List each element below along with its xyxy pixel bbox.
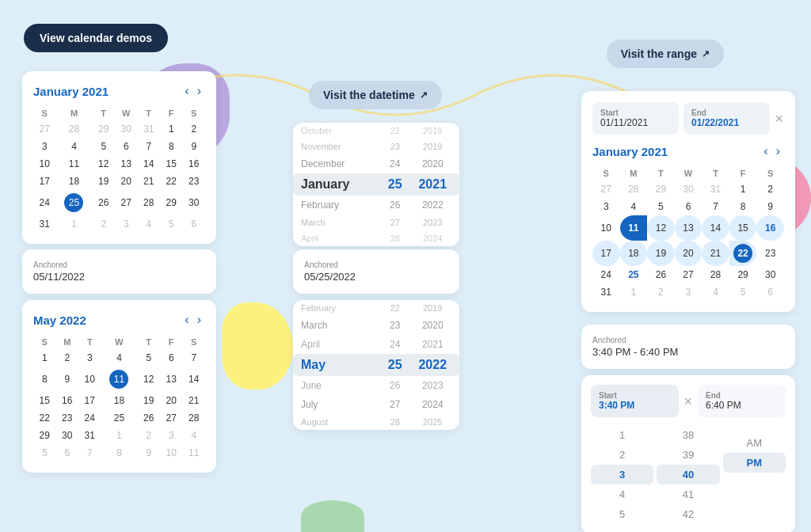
cal-day[interactable]: 14 [137, 155, 160, 173]
cal-day[interactable]: 6 [56, 444, 79, 462]
cal-day[interactable]: 1 [729, 180, 757, 198]
cal-day[interactable]: 1 [56, 215, 93, 233]
cal-day[interactable]: 9 [182, 138, 205, 155]
cal-day[interactable]: 24 [33, 190, 56, 215]
cal-day[interactable]: 28 [182, 409, 205, 427]
scroll-row-jun[interactable]: June262023 [293, 376, 459, 395]
cal-day-selected[interactable]: 25 [56, 190, 93, 215]
period-pm-selected[interactable]: PM [723, 453, 786, 473]
cal-day[interactable]: 16 [182, 155, 205, 173]
cal-day[interactable]: 28 [137, 190, 160, 215]
cal-day[interactable]: 16 [56, 392, 79, 409]
cal-day[interactable]: 5 [647, 198, 675, 215]
view-calendar-button[interactable]: View calendar demos [24, 24, 168, 52]
cal-day[interactable]: 3 [160, 427, 183, 444]
hour-2[interactable]: 2 [591, 445, 653, 465]
cal-day-in-range[interactable]: 16 [756, 215, 784, 241]
range-calendar-prev[interactable]: ‹ [760, 142, 771, 160]
cal-day[interactable]: 13 [115, 155, 138, 173]
cal-day[interactable]: 28 [620, 180, 648, 198]
cal-day[interactable]: 28 [56, 120, 93, 138]
cal-day[interactable]: 9 [137, 444, 160, 462]
time-start-field[interactable]: Start 3:40 PM [591, 385, 679, 417]
cal-day[interactable]: 6 [756, 283, 784, 301]
cal-day-in-range[interactable]: 15 [729, 215, 757, 241]
scroll-row-jul[interactable]: July272024 [293, 395, 459, 414]
cal-day[interactable]: 9 [756, 198, 784, 215]
cal-day[interactable]: 12 [137, 367, 160, 392]
cal-day[interactable]: 23 [756, 241, 784, 266]
cal-day[interactable]: 15 [160, 155, 183, 173]
cal-day-selected[interactable]: 11 [101, 367, 138, 392]
cal-day[interactable]: 31 [137, 120, 160, 138]
cal-day-in-range[interactable]: 14 [702, 215, 729, 241]
cal-day[interactable]: 29 [33, 427, 56, 444]
cal-day[interactable]: 2 [756, 180, 784, 198]
cal-day-range-end[interactable]: 22 [729, 241, 757, 266]
cal-day[interactable]: 6 [160, 349, 183, 367]
range-calendar-next[interactable]: › [772, 142, 784, 160]
cal-day[interactable]: 31 [592, 283, 620, 301]
cal-day-in-range[interactable]: 18 [620, 241, 648, 266]
cal-day[interactable]: 10 [78, 367, 101, 392]
cal-day[interactable]: 23 [56, 409, 79, 427]
cal-day-range-start[interactable]: 11 [620, 215, 648, 241]
cal-day[interactable]: 19 [92, 173, 115, 190]
range-clear-button[interactable]: ✕ [775, 112, 784, 125]
cal-day[interactable]: 26 [92, 190, 115, 215]
cal-day[interactable]: 4 [182, 427, 205, 444]
cal-day[interactable]: 4 [101, 349, 138, 367]
cal-day[interactable]: 3 [33, 138, 56, 155]
cal-day[interactable]: 1 [101, 427, 138, 444]
min-42[interactable]: 42 [657, 504, 719, 524]
cal-day[interactable]: 29 [160, 190, 183, 215]
cal-day[interactable]: 26 [647, 266, 675, 283]
cal-day[interactable]: 6 [182, 215, 205, 233]
cal-day-in-range[interactable]: 17 [592, 241, 620, 266]
scroll-row-mar[interactable]: March232020 [293, 316, 459, 335]
min-38[interactable]: 38 [657, 425, 719, 445]
cal-day[interactable]: 7 [182, 349, 205, 367]
hour-1[interactable]: 1 [591, 425, 653, 445]
cal-day[interactable]: 27 [592, 180, 620, 198]
cal-day[interactable]: 5 [160, 215, 183, 233]
cal-day-in-range[interactable]: 19 [647, 241, 675, 266]
cal-day[interactable]: 10 [592, 215, 620, 241]
range-start-field[interactable]: Start 01/11/2021 [592, 102, 679, 135]
hour-4[interactable]: 4 [591, 484, 653, 504]
cal-day[interactable]: 30 [675, 180, 702, 198]
period-am-2[interactable]: AM [723, 433, 786, 453]
cal-day[interactable]: 8 [160, 138, 183, 155]
cal-day[interactable]: 9 [56, 367, 79, 392]
cal-day[interactable]: 10 [33, 155, 56, 173]
cal-day[interactable]: 27 [160, 409, 183, 427]
scroll-picker-row-dec[interactable]: December242020 [293, 154, 459, 173]
cal-day[interactable]: 3 [115, 215, 138, 233]
cal-day[interactable]: 8 [101, 444, 138, 462]
cal-day[interactable]: 24 [592, 266, 620, 283]
scroll-row-feb[interactable]: February222019 [293, 300, 459, 316]
hour-3-selected[interactable]: 3 [591, 465, 653, 484]
cal-day[interactable]: 7 [137, 138, 160, 155]
cal-day[interactable]: 20 [160, 392, 183, 409]
cal-day[interactable]: 29 [647, 180, 675, 198]
cal-day[interactable]: 1 [620, 283, 648, 301]
cal-day[interactable]: 4 [56, 138, 93, 155]
cal-day[interactable]: 31 [78, 427, 101, 444]
cal-day[interactable]: 11 [56, 155, 93, 173]
cal-day[interactable]: 18 [101, 392, 138, 409]
cal-day[interactable]: 2 [56, 349, 79, 367]
cal-day[interactable]: 5 [137, 349, 160, 367]
cal-day[interactable]: 3 [592, 198, 620, 215]
cal-day[interactable]: 5 [92, 138, 115, 155]
scroll-row-apr[interactable]: April242021 [293, 335, 459, 354]
cal-day[interactable]: 21 [137, 173, 160, 190]
scroll-picker-row-mar[interactable]: March272023 [293, 215, 459, 230]
cal-day[interactable]: 12 [92, 155, 115, 173]
cal-day[interactable]: 31 [702, 180, 729, 198]
scroll-row-aug[interactable]: August282025 [293, 414, 459, 430]
scroll-picker-row-oct[interactable]: October222018 [293, 123, 459, 139]
cal-day[interactable]: 6 [675, 198, 702, 215]
cal-day[interactable]: 30 [756, 266, 784, 283]
cal-day[interactable]: 22 [160, 173, 183, 190]
